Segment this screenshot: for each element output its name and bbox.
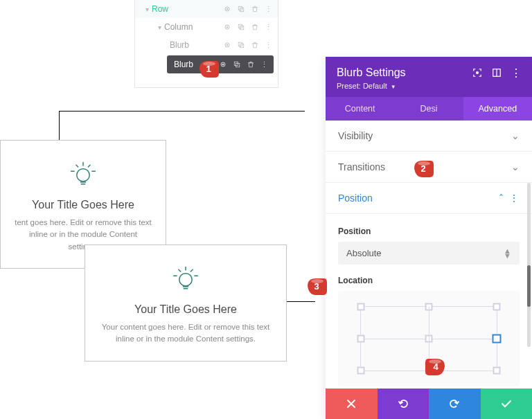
layer-column[interactable]: ▾ Column ⋮ — [135, 18, 278, 36]
more-icon[interactable]: ⋮ — [265, 23, 272, 32]
more-icon[interactable]: ⋮ — [265, 5, 272, 14]
blurb-module-2[interactable]: Your Title Goes Here Your content goes h… — [85, 244, 287, 362]
tab-advanced[interactable]: Advanced — [463, 97, 532, 121]
chevron-down-icon: ⌄ — [511, 161, 520, 172]
callout-badge-2: 2 — [413, 159, 434, 177]
field-label-location: Location — [338, 276, 520, 285]
preset-label: Preset: Default — [337, 82, 387, 90]
layer-label: Row — [152, 4, 223, 14]
duplicate-icon[interactable] — [237, 41, 245, 49]
card-text: Your content goes here. Edit or remove t… — [99, 321, 272, 346]
gear-icon[interactable] — [219, 60, 227, 69]
connector-line — [286, 301, 315, 302]
lightbulb-icon — [170, 263, 201, 294]
cancel-button[interactable] — [326, 389, 378, 419]
tab-content[interactable]: Content — [326, 97, 394, 121]
more-icon[interactable]: ⋮ — [260, 60, 268, 69]
loc-top-left[interactable] — [357, 303, 365, 311]
focus-icon[interactable] — [472, 68, 482, 78]
svg-point-3 — [227, 8, 228, 10]
close-icon — [346, 398, 357, 409]
connector-line — [59, 111, 305, 112]
layer-blurb-selected[interactable]: Blurb ⋮ — [167, 55, 274, 73]
accordion-position[interactable]: Position ˄ ⋮ — [326, 183, 532, 214]
settings-header: Blurb Settings ⋮ Preset: Default ▼ — [326, 57, 532, 97]
callout-badge-4: 4 — [425, 357, 446, 375]
position-select[interactable]: Absolute ▲▼ — [338, 242, 520, 265]
trash-icon[interactable] — [247, 60, 255, 69]
svg-point-0 — [77, 169, 89, 181]
redo-button[interactable] — [429, 389, 481, 419]
trash-icon[interactable] — [251, 23, 259, 31]
layer-row[interactable]: ▾ Row ⋮ — [135, 0, 278, 18]
layer-blurb[interactable]: Blurb ⋮ — [135, 36, 278, 54]
layer-label: Blurb — [170, 40, 223, 50]
settings-tabs: Content Desi Advanced — [326, 97, 532, 121]
more-icon[interactable]: ⋮ — [509, 193, 520, 204]
field-label-position: Position — [338, 226, 520, 236]
tab-design[interactable]: Desi — [394, 97, 463, 121]
gear-icon[interactable] — [223, 23, 231, 31]
loc-mid-left[interactable] — [357, 335, 365, 343]
undo-button[interactable] — [378, 389, 429, 419]
svg-point-11 — [227, 44, 228, 46]
gear-icon[interactable] — [223, 5, 231, 13]
accordion-visibility[interactable]: Visibility ⌄ — [326, 121, 532, 152]
more-icon[interactable]: ⋮ — [511, 68, 521, 78]
undo-icon — [397, 398, 409, 410]
trash-icon[interactable] — [251, 5, 259, 13]
scrollbar[interactable] — [527, 183, 531, 347]
select-value: Absolute — [346, 248, 382, 258]
loc-bot-right[interactable] — [493, 367, 501, 375]
accordion-label: Visibility — [338, 130, 373, 141]
save-button[interactable] — [481, 389, 533, 419]
gear-icon[interactable] — [223, 41, 231, 49]
chevron-down-icon: ⌄ — [511, 130, 520, 141]
settings-title: Blurb Settings — [337, 66, 406, 79]
check-icon — [500, 398, 513, 410]
caret-down-icon: ▾ — [154, 24, 164, 31]
lightbulb-icon — [68, 159, 98, 189]
callout-badge-3: 3 — [306, 277, 327, 295]
svg-point-1 — [179, 274, 192, 286]
loc-top-center[interactable] — [425, 303, 433, 311]
svg-point-7 — [227, 26, 228, 28]
trash-icon[interactable] — [251, 41, 259, 49]
layout-icon[interactable] — [492, 68, 502, 78]
caret-down-icon: ▼ — [391, 84, 396, 90]
connector-line — [59, 111, 60, 140]
more-icon[interactable]: ⋮ — [265, 41, 272, 50]
card-title: Your Title Goes Here — [99, 303, 272, 316]
svg-point-15 — [222, 64, 224, 65]
duplicate-icon[interactable] — [233, 60, 241, 69]
accordion-label: Position — [338, 193, 373, 204]
duplicate-icon[interactable] — [237, 5, 245, 13]
card-title: Your Title Goes Here — [15, 199, 152, 211]
svg-point-18 — [477, 72, 479, 74]
accordion-label: Transitions — [338, 161, 385, 172]
chevron-up-icon: ˄ — [499, 193, 504, 204]
redo-icon — [448, 398, 461, 410]
loc-bot-left[interactable] — [357, 367, 365, 375]
action-bar — [326, 389, 532, 419]
callout-badge-1: 1 — [198, 60, 219, 78]
select-caret-icon: ▲▼ — [504, 249, 511, 258]
loc-mid-right-selected[interactable] — [493, 335, 502, 344]
loc-mid-center[interactable] — [425, 335, 433, 343]
duplicate-icon[interactable] — [237, 23, 245, 31]
loc-top-right[interactable] — [493, 303, 501, 311]
preset-selector[interactable]: Preset: Default ▼ — [337, 82, 521, 90]
layer-label: Column — [164, 22, 223, 32]
caret-down-icon: ▾ — [142, 6, 152, 13]
